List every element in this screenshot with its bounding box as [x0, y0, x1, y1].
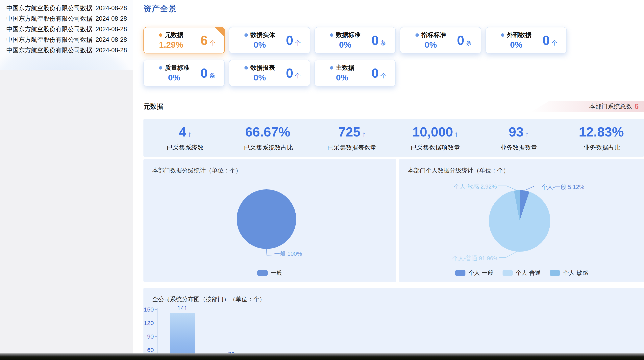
- card-label: 指标标准: [422, 31, 446, 39]
- card-count: 0: [200, 66, 208, 81]
- card-count: 6: [200, 33, 208, 48]
- dept-data-grading-panel: 本部门数据分级统计（单位：个） 一般 100% 一般: [144, 159, 396, 282]
- card-data-entity[interactable]: 数据实体 0% 0 个: [229, 27, 310, 53]
- report-name: 中国东方航空股份有限公司数据⋯: [6, 25, 93, 33]
- card-label: 数据标准: [336, 31, 360, 39]
- status-dot-icon: [501, 33, 504, 37]
- card-unit: 条: [466, 39, 472, 47]
- up-arrow-icon: ↑: [455, 130, 458, 138]
- card-unit: 个: [209, 39, 215, 47]
- list-item[interactable]: 中国东方航空股份有限公司数据⋯ 2024-08-28: [0, 45, 133, 55]
- chart-title: 本部门数据分级统计（单位：个）: [152, 166, 242, 175]
- card-indicator-standard[interactable]: 指标标准 0% 0 条: [400, 27, 481, 53]
- stat-value: 93: [509, 124, 524, 139]
- card-unit: 个: [551, 39, 557, 47]
- stat-value: 725: [338, 124, 360, 139]
- card-label: 数据报表: [250, 64, 275, 72]
- card-count: 0: [457, 33, 464, 48]
- main-content: 资产全景 元数据 1.29% 6 个 数据实体 0% 0 个: [134, 0, 644, 360]
- status-dot-icon: [244, 66, 248, 70]
- pie-chart-dept-grading[interactable]: [237, 189, 296, 249]
- card-master-data[interactable]: 主数据 0% 0 个: [314, 60, 396, 86]
- stat-value: 66.67%: [245, 124, 290, 139]
- y-axis-line: [158, 308, 158, 360]
- stat-label: 已采集系统数占比: [244, 143, 293, 152]
- stat-collected-systems-ratio: 66.67% 已采集系统数占比: [227, 119, 310, 157]
- legend-item-personal-general[interactable]: 个人-一般: [455, 269, 494, 277]
- card-percent: 0%: [501, 40, 532, 50]
- card-unit: 条: [209, 72, 215, 80]
- legend-label: 个人-敏感: [563, 269, 588, 277]
- status-dot-icon: [244, 33, 248, 37]
- card-count: 0: [372, 66, 379, 81]
- legend-item-personal-sensitive[interactable]: 个人-敏感: [550, 269, 588, 277]
- card-quality-standard[interactable]: 质量标准 0% 0 条: [144, 60, 225, 86]
- list-item[interactable]: 中国东方航空股份有限公司数据⋯ 2024-08-28: [0, 24, 133, 34]
- badge-value: 6: [634, 102, 639, 111]
- legend-item-general[interactable]: 一般: [257, 269, 282, 277]
- status-dot-icon: [159, 33, 162, 37]
- legend: 一般: [144, 269, 396, 277]
- stat-label: 已采集系统数: [167, 143, 204, 152]
- report-date: 2024-08-28: [96, 26, 127, 33]
- gridline: [158, 350, 640, 350]
- stat-value: 4: [179, 124, 186, 139]
- report-name: 中国东方航空股份有限公司数据⋯: [6, 4, 93, 12]
- asset-summary-cards: 元数据 1.29% 6 个 数据实体 0% 0 个 数据标准 0% 0 条: [144, 27, 567, 86]
- report-date: 2024-08-28: [96, 15, 127, 22]
- card-external-data[interactable]: 外部数据 0% 0 个: [486, 27, 567, 53]
- legend-label: 个人-普通: [516, 269, 541, 277]
- sidebar: 中国东方航空股份有限公司数据⋯ 2024-08-28 中国东方航空股份有限公司数…: [0, 0, 133, 360]
- legend-item-personal-common[interactable]: 个人-普通: [502, 269, 541, 277]
- stat-business-data-ratio: 12.83% 业务数据占比: [560, 119, 644, 157]
- report-name: 中国东方航空股份有限公司数据⋯: [6, 15, 93, 23]
- dept-system-total-badge: 本部门系统总数 6: [531, 101, 644, 112]
- card-metadata[interactable]: 元数据 1.29% 6 个: [144, 27, 225, 53]
- pie-callout-common: 个人-普通 91.96%: [429, 255, 498, 262]
- y-tick-label: 90: [144, 333, 154, 340]
- pie-chart-personal-grading[interactable]: [489, 190, 550, 252]
- status-dot-icon: [159, 66, 162, 70]
- report-date: 2024-08-28: [96, 36, 127, 43]
- y-tick-icon: [155, 350, 157, 350]
- section-title: 元数据: [144, 102, 163, 111]
- bar-department-1[interactable]: [170, 313, 195, 360]
- stat-label: 业务数据数量: [500, 143, 537, 152]
- card-count: 0: [542, 33, 550, 48]
- status-dot-icon: [330, 33, 333, 37]
- window-bottom-edge: [0, 353, 644, 360]
- pie-callout-sensitive: 个人-敏感 2.92%: [421, 183, 497, 191]
- list-item[interactable]: 中国东方航空股份有限公司数据⋯ 2024-08-28: [0, 3, 133, 13]
- card-label: 主数据: [336, 64, 354, 72]
- status-dot-icon: [416, 33, 419, 37]
- corner-fold-icon: [214, 27, 225, 37]
- gridline: [158, 336, 640, 336]
- list-item[interactable]: 中国东方航空股份有限公司数据⋯ 2024-08-28: [0, 34, 133, 45]
- report-date: 2024-08-28: [96, 47, 127, 54]
- card-count: 0: [286, 66, 293, 81]
- pie-callout-general: 一般 100%: [274, 250, 302, 258]
- list-item[interactable]: 中国东方航空股份有限公司数据⋯ 2024-08-28: [0, 13, 133, 24]
- y-tick-label: 150: [144, 306, 154, 313]
- legend: 个人-一般 个人-普通 个人-敏感: [399, 269, 644, 277]
- y-tick-icon: [155, 323, 157, 323]
- chart-title: 全公司系统分布图（按部门）（单位：个）: [152, 295, 265, 303]
- badge-label: 本部门系统总数: [589, 102, 632, 111]
- card-data-standard[interactable]: 数据标准 0% 0 条: [314, 27, 396, 53]
- legend-swatch-icon: [257, 270, 268, 276]
- bar-value-label: 141: [170, 305, 195, 312]
- status-dot-icon: [330, 66, 333, 70]
- y-tick-label: 120: [144, 320, 154, 326]
- card-data-report[interactable]: 数据报表 0% 0 个: [229, 60, 310, 86]
- stat-collected-tables: 725↑ 已采集数据表数量: [310, 119, 394, 157]
- y-tick-icon: [155, 336, 157, 336]
- dept-personal-data-grading-panel: 本部门个人数据分级统计（单位：个） 个人-敏感 2.92% 个人-一般 5.12…: [399, 159, 644, 282]
- stat-collected-systems: 4↑ 已采集系统数: [144, 119, 227, 157]
- metadata-section-header: 元数据 本部门系统总数 6: [144, 101, 644, 112]
- card-label: 外部数据: [507, 31, 532, 39]
- chart-title: 本部门个人数据分级统计（单位：个）: [408, 166, 509, 175]
- stat-label: 业务数据占比: [584, 143, 620, 152]
- card-label: 元数据: [165, 31, 183, 39]
- card-unit: 条: [380, 39, 386, 47]
- gridline: [158, 309, 640, 309]
